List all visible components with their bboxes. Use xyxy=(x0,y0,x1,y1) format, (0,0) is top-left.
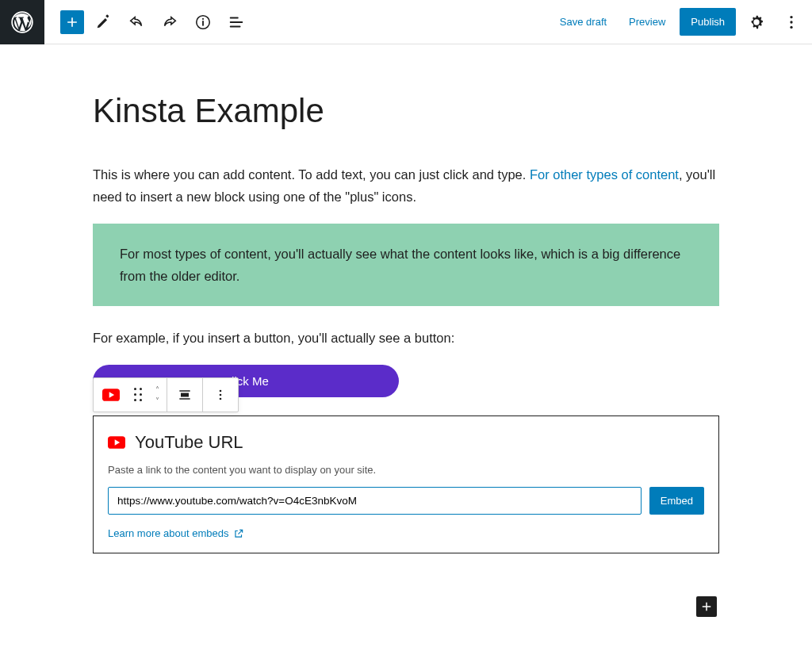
more-vertical-icon xyxy=(213,387,228,403)
block-type-button[interactable] xyxy=(94,377,128,412)
callout-block[interactable]: For most types of content, you'll actual… xyxy=(93,224,719,306)
svg-rect-3 xyxy=(202,17,204,19)
youtube-icon xyxy=(108,436,125,449)
toolbar-left-group xyxy=(44,8,251,36)
plus-icon xyxy=(699,599,714,614)
svg-point-6 xyxy=(790,25,792,28)
details-button[interactable] xyxy=(189,8,217,36)
more-vertical-icon xyxy=(783,13,800,31)
intro-text-1: This is where you can add content. To ad… xyxy=(93,167,530,182)
redo-button[interactable] xyxy=(155,8,184,36)
post-title[interactable]: Kinsta Example xyxy=(93,92,719,130)
publish-button[interactable]: Publish xyxy=(680,8,736,36)
intro-link[interactable]: For other types of content xyxy=(530,167,679,182)
embed-submit-button[interactable]: Embed xyxy=(649,487,704,515)
svg-point-5 xyxy=(790,21,792,23)
tools-button[interactable] xyxy=(89,8,117,36)
embed-description: Paste a link to the content you want to … xyxy=(108,464,704,476)
undo-icon xyxy=(128,13,145,31)
plus-icon xyxy=(64,14,80,30)
more-options-button[interactable] xyxy=(777,8,806,36)
svg-point-4 xyxy=(790,15,792,17)
embed-url-input[interactable] xyxy=(108,487,642,515)
editor-canvas: Kinsta Example This is where you can add… xyxy=(93,44,719,553)
svg-point-9 xyxy=(220,390,222,393)
save-draft-button[interactable]: Save draft xyxy=(552,10,615,34)
settings-button[interactable] xyxy=(742,8,771,36)
insert-block-button[interactable] xyxy=(696,596,717,617)
youtube-icon xyxy=(102,389,120,401)
pencil-icon xyxy=(94,13,112,31)
learn-more-text: Learn more about embeds xyxy=(108,527,228,539)
intro-paragraph[interactable]: This is where you can add content. To ad… xyxy=(93,163,719,208)
para-2[interactable]: For example, if you insert a button, you… xyxy=(93,327,719,349)
info-icon xyxy=(194,13,212,31)
wordpress-icon xyxy=(11,11,33,33)
button-block-wrap: Click Me ˄ ˅ xyxy=(93,365,719,396)
block-more-button[interactable] xyxy=(203,377,238,412)
align-icon xyxy=(177,387,193,403)
add-block-button[interactable] xyxy=(60,10,84,34)
undo-button[interactable] xyxy=(122,8,151,36)
wordpress-logo-button[interactable] xyxy=(0,0,44,44)
gear-icon xyxy=(748,13,765,31)
embed-header: YouTube URL xyxy=(108,432,704,453)
move-down-button[interactable]: ˅ xyxy=(147,395,167,406)
callout-text: For most types of content, you'll actual… xyxy=(120,247,680,283)
svg-point-10 xyxy=(220,394,222,396)
block-mover: ˄ ˅ xyxy=(147,384,167,406)
external-link-icon xyxy=(233,528,244,539)
youtube-embed-block[interactable]: YouTube URL Paste a link to the content … xyxy=(93,415,719,553)
editor-toolbar: Save draft Preview Publish xyxy=(0,0,812,44)
redo-icon xyxy=(161,13,178,31)
drag-icon xyxy=(134,388,143,402)
block-toolbar: ˄ ˅ xyxy=(93,377,239,412)
list-icon xyxy=(228,13,245,31)
align-button[interactable] xyxy=(167,377,202,412)
embed-title: YouTube URL xyxy=(135,432,243,453)
learn-more-link[interactable]: Learn more about embeds xyxy=(108,527,244,539)
outline-button[interactable] xyxy=(222,8,251,36)
embed-form: Embed xyxy=(108,487,704,515)
preview-button[interactable]: Preview xyxy=(621,10,673,34)
svg-rect-2 xyxy=(202,21,204,25)
move-up-button[interactable]: ˄ xyxy=(147,384,167,395)
svg-rect-8 xyxy=(181,393,189,397)
drag-handle[interactable] xyxy=(128,377,147,412)
toolbar-right-group: Save draft Preview Publish xyxy=(552,8,806,36)
svg-point-11 xyxy=(220,398,222,400)
